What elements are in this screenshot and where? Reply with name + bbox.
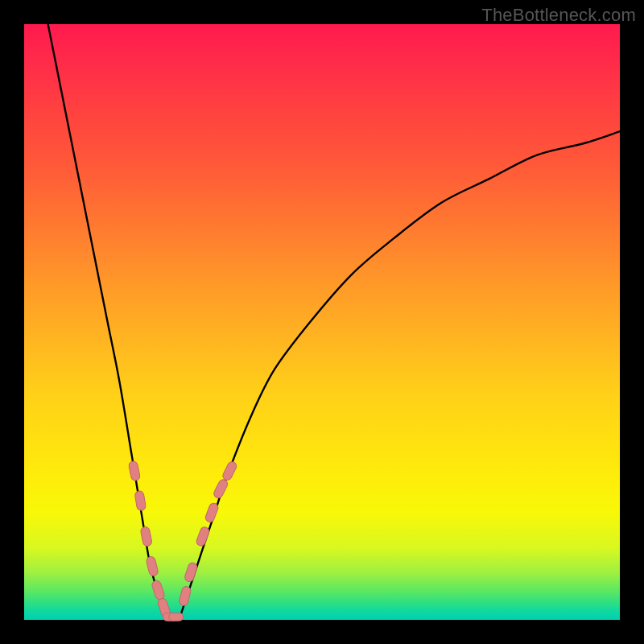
marker-capsule (179, 585, 192, 606)
marker-capsule (213, 478, 229, 499)
marker-capsule (196, 526, 211, 547)
marker-capsule (146, 555, 159, 576)
series-right-branch (179, 131, 620, 620)
marker-capsule (140, 526, 152, 547)
curve-group (48, 24, 620, 620)
chart-frame: TheBottleneck.com (0, 0, 644, 644)
marker-capsule (134, 490, 147, 510)
marker-group (128, 460, 237, 621)
marker-capsule (169, 613, 184, 621)
marker-capsule (128, 460, 140, 481)
marker-capsule (151, 580, 165, 601)
watermark-text: TheBottleneck.com (481, 5, 636, 26)
marker-capsule (184, 562, 198, 583)
marker-capsule (221, 460, 238, 481)
plot-area (24, 24, 620, 620)
curve-layer (24, 24, 620, 620)
marker-capsule (204, 502, 220, 523)
